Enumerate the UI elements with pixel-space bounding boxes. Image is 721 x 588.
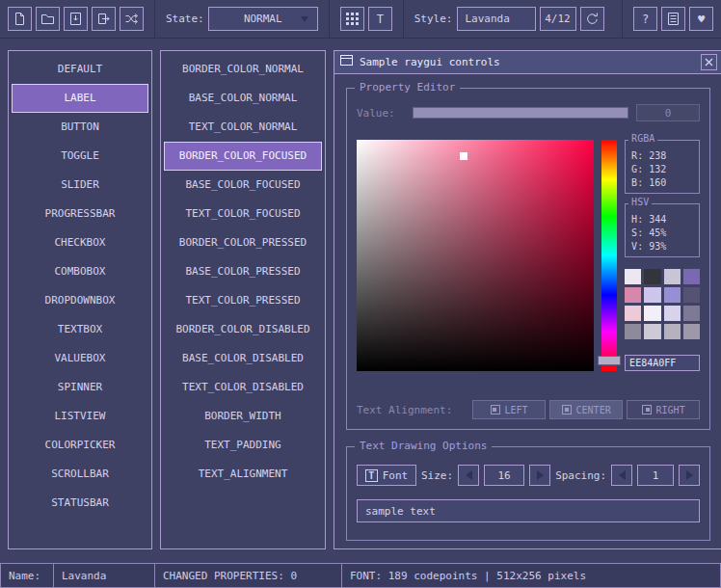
help-button[interactable]: ? [633,7,657,31]
spacing-value-box[interactable]: 1 [637,465,674,486]
value-slider[interactable] [413,107,628,119]
statusbar: Name: Lavanda CHANGED PROPERTIES: 0 FONT… [0,563,721,588]
controls-list-item[interactable]: SCROLLBAR [12,460,148,489]
font-test-button[interactable]: T [368,7,392,31]
color-selector-marker[interactable] [460,152,467,160]
color-swatch[interactable] [664,287,681,303]
load-style-button[interactable] [36,7,60,31]
save-style-button[interactable] [64,7,88,31]
chevron-down-icon [301,16,308,22]
controls-list-item[interactable]: DEFAULT [12,55,148,84]
spacing-increase-button[interactable] [679,465,700,486]
align-center-button[interactable]: CENTER [549,400,623,419]
color-swatch[interactable] [683,306,700,321]
hue-slider-handle[interactable] [598,356,621,365]
controls-list-item[interactable]: DROPDOWNBOX [12,286,148,315]
export-style-button[interactable] [92,7,116,31]
controls-list-item[interactable]: PROGRESSBAR [12,200,148,228]
state-dropdown-value: NORMAL [244,13,282,25]
properties-list-item[interactable]: TEXT_COLOR_FOCUSED [164,200,322,228]
hsv-group-title: HSV [628,197,652,207]
value-value: V: 93% [631,240,693,254]
reload-icon [585,12,600,26]
controls-list-item[interactable]: VALUEBOX [12,344,148,373]
controls-list-item[interactable]: LISTVIEW [12,402,148,431]
about-button[interactable] [661,7,685,31]
toolbar-separator [403,0,404,38]
color-swatch[interactable] [644,324,660,339]
color-swatch[interactable] [644,306,660,321]
window-icon [339,53,354,71]
controls-list-item[interactable]: TEXTBOX [12,315,148,344]
sample-text-input[interactable]: sample text [357,499,700,522]
properties-list-item[interactable]: BASE_COLOR_DISABLED [164,344,322,373]
random-style-button[interactable] [120,7,144,31]
saturation-value-panel[interactable] [357,140,594,371]
properties-list-item[interactable]: BORDER_COLOR_PRESSED [164,228,322,257]
style-name-input[interactable]: Lavanda [457,7,536,31]
state-dropdown[interactable]: NORMAL [208,7,318,31]
properties-list-item[interactable]: BASE_COLOR_FOCUSED [164,171,322,200]
properties-list-item[interactable]: BASE_COLOR_NORMAL [164,84,322,113]
controls-list-item[interactable]: SLIDER [12,171,148,200]
hex-value-input[interactable]: EE84A0FF [625,355,700,371]
controls-list-item[interactable]: BUTTON [12,113,148,142]
reload-style-button[interactable] [580,7,604,31]
properties-list-item[interactable]: BASE_COLOR_PRESSED [164,257,322,286]
value-box[interactable]: 0 [636,104,700,121]
style-table-button[interactable] [340,7,364,31]
align-left-button[interactable]: LEFT [472,400,546,419]
controls-list-item[interactable]: TOGGLE [12,142,148,171]
controls-list-item-selected[interactable]: LABEL [12,84,148,113]
size-increase-button[interactable] [529,465,550,486]
properties-list-item[interactable]: BORDER_COLOR_NORMAL [164,55,322,84]
color-swatch[interactable] [683,287,700,303]
style-label: Style: [414,13,453,25]
close-icon [705,58,713,67]
controls-list-item[interactable]: COLORPICKER [12,431,148,460]
color-swatch[interactable] [625,306,641,321]
new-style-button[interactable] [8,7,32,31]
color-swatch[interactable] [644,287,660,303]
properties-list-item[interactable]: TEXT_COLOR_PRESSED [164,286,322,315]
properties-list-item[interactable]: BORDER_COLOR_DISABLED [164,315,322,344]
spacing-label: Spacing: [555,469,606,482]
sponsor-button[interactable]: ♥ [689,7,713,31]
hue-value: H: 344 [631,213,693,227]
spacing-decrease-button[interactable] [611,465,632,486]
export-icon [96,12,111,26]
font-button[interactable]: T Font [357,465,416,486]
color-swatch[interactable] [644,269,660,284]
properties-list-item[interactable]: TEXT_COLOR_NORMAL [164,113,322,142]
controls-list-item[interactable]: CHECKBOX [12,228,148,257]
document-info-icon [666,12,681,26]
hue-bar[interactable] [601,140,617,371]
text-alignment-row: Text Alignment: LEFT CENTER [357,400,700,419]
properties-list-item[interactable]: BORDER_WIDTH [164,402,322,431]
properties-list-item[interactable]: TEXT_ALIGNMENT [164,460,322,489]
color-swatch[interactable] [683,269,700,284]
alignment-toggle-group: LEFT CENTER RIGHT [472,400,700,419]
properties-list-item[interactable]: TEXT_PADDING [164,431,322,460]
color-swatch[interactable] [625,287,641,303]
color-swatch[interactable] [664,306,681,321]
properties-list-item-selected[interactable]: BORDER_COLOR_FOCUSED [164,142,322,171]
color-swatch[interactable] [664,324,681,339]
controls-list-item[interactable]: SPINNER [12,373,148,402]
save-icon [68,12,83,26]
color-swatch[interactable] [625,324,641,339]
align-right-button[interactable]: RIGHT [627,400,700,419]
properties-list-item[interactable]: TEXT_COLOR_DISABLED [164,373,322,402]
color-swatch[interactable] [683,324,700,339]
size-value-box[interactable]: 16 [484,465,524,486]
close-button[interactable] [701,54,717,70]
controls-list-item[interactable]: COMBOBOX [12,257,148,286]
toolbar-separator [154,0,155,38]
controls-list-item[interactable]: STATUSBAR [12,489,148,518]
color-swatch[interactable] [664,269,681,284]
toolbar-separator [329,0,330,38]
statusbar-name-label: Name: [0,563,54,588]
font-button-label: Font [383,469,409,482]
size-decrease-button[interactable] [458,465,479,486]
color-swatch[interactable] [625,269,641,284]
